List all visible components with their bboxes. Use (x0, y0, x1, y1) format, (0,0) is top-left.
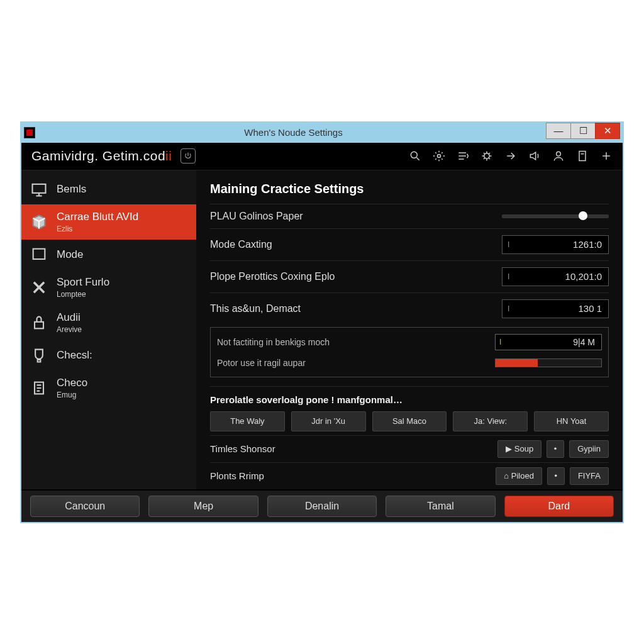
piloed-button[interactable]: ⌂ Piloed (496, 467, 542, 485)
clipboard-icon (30, 379, 48, 397)
sidebar-item-bemls[interactable]: Bemls (21, 174, 196, 204)
small-button[interactable]: • (547, 467, 565, 485)
setting-row-slider: PLAU Golinos Paper (210, 204, 609, 228)
pill-button[interactable]: Jdr in 'Xu (291, 411, 366, 431)
application-window: When's Noude Settings — ☐ ✕ Gamividrg. G… (20, 121, 624, 523)
pill-button[interactable]: Sal Maco (372, 411, 447, 431)
slider-input[interactable] (502, 214, 609, 218)
value-field[interactable]: I9|4 M (495, 334, 602, 350)
value-field[interactable]: I1261:0 (502, 235, 609, 254)
action-label: Plonts Rrimp (210, 470, 264, 481)
sidebar-item-label: Checo (57, 377, 87, 389)
sidebar-item-label: Checsl: (57, 349, 92, 361)
app-icon (24, 127, 35, 138)
setting-label: Mode Caxting (210, 239, 272, 250)
gear-icon[interactable] (433, 150, 445, 162)
sub-row-1: Not factiting in benkigs moch I9|4 M (217, 330, 602, 354)
svg-point-0 (411, 152, 417, 158)
setting-label: PLAU Golinos Paper (210, 211, 303, 222)
speaker-icon[interactable] (528, 150, 541, 162)
sidebar-item-label: Carrae Blutt AVId (57, 211, 138, 223)
monitor-icon (30, 180, 48, 198)
action-row-timles: Timles Shonsor ▶ Soup • Gypiin (210, 435, 609, 462)
sub-settings-box: Not factiting in benkigs moch I9|4 M Pot… (210, 327, 609, 377)
action-label: Timles Shonsor (210, 443, 275, 454)
svg-rect-5 (33, 184, 46, 192)
svg-rect-4 (579, 152, 586, 161)
value-field[interactable]: I130 1 (502, 299, 609, 318)
footer-bar: Cancoun Mep Denalin Tamal Dard (21, 489, 623, 522)
sidebar: Bemls Carrae Blutt AVIdEzlis Mode Sport … (21, 170, 196, 489)
power-icon[interactable] (180, 148, 196, 164)
maximize-button[interactable]: ☐ (570, 123, 596, 139)
forward-icon[interactable] (504, 150, 517, 162)
window-titlebar: When's Noude Settings — ☐ ✕ (21, 123, 623, 143)
sidebar-item-label: Bemls (57, 183, 86, 195)
square-icon (30, 246, 48, 264)
sidebar-item-checo[interactable]: ChecoEmug (21, 370, 196, 406)
cancel-button[interactable]: Cancoun (30, 496, 140, 517)
app-header: Gamividrg. Getim.codii (21, 143, 623, 170)
svg-rect-6 (33, 248, 45, 258)
progress-bar[interactable] (495, 358, 602, 367)
doc-icon[interactable] (576, 150, 589, 162)
box-icon (30, 213, 48, 231)
minimize-button[interactable]: — (546, 123, 571, 139)
close-button[interactable]: ✕ (595, 123, 620, 139)
setting-row-mode: Mode Caxting I1261:0 (210, 228, 609, 260)
search-icon[interactable] (409, 150, 421, 162)
setting-label: Not factiting in benkigs moch (217, 337, 330, 347)
play-button[interactable]: ▶ Soup (497, 440, 541, 458)
svg-rect-7 (35, 321, 43, 328)
action-row-plonts: Plonts Rrimp ⌂ Piloed • FIYFA (210, 462, 609, 489)
sidebar-item-sport[interactable]: Sport FurloLomptee (21, 270, 196, 305)
bug-icon[interactable] (480, 150, 493, 162)
svg-point-1 (438, 155, 441, 158)
svg-point-3 (557, 152, 561, 156)
user-icon[interactable] (552, 150, 565, 162)
pill-button[interactable]: The Waly (210, 411, 285, 431)
sub-row-2: Potor use it ragil aupar (217, 354, 602, 372)
sidebar-item-label: Sport Furlo (57, 276, 109, 288)
brand-logo: Gamividrg. Getim.codii (31, 148, 172, 164)
sidebar-item-carrae[interactable]: Carrae Blutt AVIdEzlis (21, 204, 196, 240)
x-icon (30, 279, 48, 296)
option-button[interactable]: Gypiin (569, 440, 609, 458)
section-heading: Prerolatle soverloalg pone ! manfgonmal… (210, 386, 609, 405)
window-title: When's Noude Settings (40, 127, 547, 138)
toolbar-icons (409, 150, 613, 162)
pill-button[interactable]: Ja: View: (453, 411, 528, 431)
option-button[interactable]: FIYFA (570, 467, 609, 485)
main-panel: Maining Cractice Settings PLAU Golinos P… (196, 170, 623, 489)
pill-button[interactable]: HN Yoat (534, 411, 609, 431)
setting-row-plope: Plope Perottics Coxing Eplo I10,201:0 (210, 260, 609, 292)
sidebar-item-label: Audii (57, 311, 80, 323)
pill-row: The Waly Jdr in 'Xu Sal Maco Ja: View: H… (210, 411, 609, 431)
small-button[interactable]: • (547, 440, 564, 458)
denalin-button[interactable]: Denalin (267, 496, 377, 517)
setting-label: Potor use it ragil aupar (217, 358, 306, 368)
sidebar-item-mode[interactable]: Mode (21, 240, 196, 270)
value-field[interactable]: I10,201:0 (502, 267, 609, 286)
dard-button[interactable]: Dard (504, 496, 614, 517)
cup-icon (30, 347, 48, 364)
sidebar-item-checsl[interactable]: Checsl: (21, 340, 196, 370)
sidebar-item-label: Mode (57, 248, 84, 260)
body: Bemls Carrae Blutt AVIdEzlis Mode Sport … (21, 170, 623, 489)
setting-row-this: This as&un, Demact I130 1 (210, 292, 609, 325)
setting-label: Plope Perottics Coxing Eplo (210, 271, 335, 282)
plus-icon[interactable] (600, 150, 613, 162)
lock-icon (30, 314, 48, 331)
tamal-button[interactable]: Tamal (386, 496, 495, 517)
mep-button[interactable]: Mep (148, 496, 258, 517)
page-title: Maining Cractice Settings (210, 182, 609, 196)
setting-label: This as&un, Demact (210, 303, 301, 314)
sidebar-item-audii[interactable]: AudiiArevive (21, 305, 196, 340)
list-icon[interactable] (457, 150, 469, 162)
